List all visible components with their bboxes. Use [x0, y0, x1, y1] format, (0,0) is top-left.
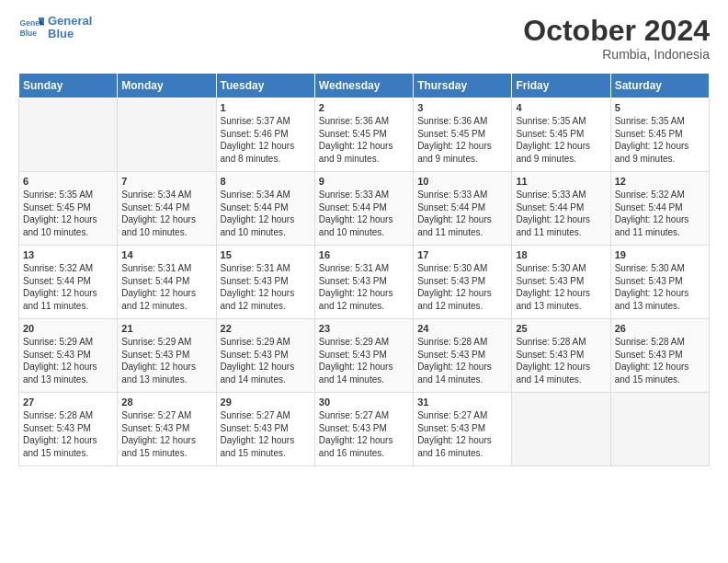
cell-info: Sunrise: 5:29 AMSunset: 5:43 PMDaylight:… — [319, 336, 409, 385]
col-header-thursday: Thursday — [414, 74, 512, 98]
calendar-cell: 11Sunrise: 5:33 AMSunset: 5:44 PMDayligh… — [512, 172, 610, 246]
calendar-cell: 13Sunrise: 5:32 AMSunset: 5:44 PMDayligh… — [19, 246, 118, 319]
day-number: 24 — [417, 323, 507, 334]
col-header-friday: Friday — [512, 74, 610, 98]
cell-info: Sunrise: 5:27 AMSunset: 5:43 PMDaylight:… — [221, 409, 311, 459]
day-number: 10 — [417, 176, 507, 187]
calendar-cell: 12Sunrise: 5:32 AMSunset: 5:44 PMDayligh… — [610, 172, 709, 246]
calendar-cell: 18Sunrise: 5:30 AMSunset: 5:43 PMDayligh… — [512, 246, 610, 319]
svg-text:Blue: Blue — [20, 29, 38, 38]
calendar-cell: 19Sunrise: 5:30 AMSunset: 5:43 PMDayligh… — [610, 246, 709, 319]
col-header-wednesday: Wednesday — [314, 74, 413, 98]
cell-info: Sunrise: 5:34 AMSunset: 5:44 PMDaylight:… — [221, 189, 311, 238]
day-number: 31 — [417, 396, 507, 408]
header-row: SundayMondayTuesdayWednesdayThursdayFrid… — [19, 74, 710, 98]
calendar-cell: 3Sunrise: 5:36 AMSunset: 5:45 PMDaylight… — [414, 98, 512, 172]
calendar-cell — [512, 393, 610, 466]
calendar-cell: 23Sunrise: 5:29 AMSunset: 5:43 PMDayligh… — [314, 319, 413, 393]
cell-info: Sunrise: 5:27 AMSunset: 5:43 PMDaylight:… — [121, 409, 211, 459]
calendar-cell: 2Sunrise: 5:36 AMSunset: 5:45 PMDaylight… — [314, 98, 413, 172]
cell-info: Sunrise: 5:33 AMSunset: 5:44 PMDaylight:… — [516, 189, 606, 238]
week-row-3: 13Sunrise: 5:32 AMSunset: 5:44 PMDayligh… — [19, 246, 710, 319]
cell-info: Sunrise: 5:29 AMSunset: 5:43 PMDaylight:… — [121, 336, 211, 385]
calendar-cell: 6Sunrise: 5:35 AMSunset: 5:45 PMDaylight… — [19, 172, 118, 246]
cell-info: Sunrise: 5:37 AMSunset: 5:46 PMDaylight:… — [221, 115, 311, 165]
week-row-2: 6Sunrise: 5:35 AMSunset: 5:45 PMDaylight… — [19, 172, 710, 246]
page-header: General Blue General Blue October 2024 R… — [18, 15, 710, 62]
calendar-cell: 7Sunrise: 5:34 AMSunset: 5:44 PMDaylight… — [118, 172, 216, 246]
calendar-cell: 16Sunrise: 5:31 AMSunset: 5:43 PMDayligh… — [314, 246, 413, 319]
calendar-cell: 26Sunrise: 5:28 AMSunset: 5:43 PMDayligh… — [610, 319, 709, 393]
location: Rumbia, Indonesia — [523, 47, 710, 62]
cell-info: Sunrise: 5:30 AMSunset: 5:43 PMDaylight:… — [615, 262, 705, 312]
col-header-sunday: Sunday — [19, 74, 118, 98]
cell-info: Sunrise: 5:28 AMSunset: 5:43 PMDaylight:… — [23, 409, 113, 459]
day-number: 9 — [319, 176, 409, 187]
day-number: 5 — [615, 102, 705, 113]
cell-info: Sunrise: 5:35 AMSunset: 5:45 PMDaylight:… — [23, 189, 113, 238]
day-number: 18 — [516, 249, 606, 260]
calendar-cell: 28Sunrise: 5:27 AMSunset: 5:43 PMDayligh… — [118, 393, 216, 466]
day-number: 12 — [615, 176, 705, 187]
col-header-tuesday: Tuesday — [216, 74, 314, 98]
cell-info: Sunrise: 5:36 AMSunset: 5:45 PMDaylight:… — [319, 115, 409, 165]
calendar-cell: 24Sunrise: 5:28 AMSunset: 5:43 PMDayligh… — [414, 319, 512, 393]
day-number: 27 — [23, 396, 113, 408]
calendar-cell: 29Sunrise: 5:27 AMSunset: 5:43 PMDayligh… — [216, 393, 314, 466]
day-number: 29 — [221, 396, 311, 408]
logo-icon: General Blue — [18, 15, 44, 40]
day-number: 23 — [319, 323, 409, 334]
calendar-table: SundayMondayTuesdayWednesdayThursdayFrid… — [18, 73, 710, 466]
calendar-cell: 9Sunrise: 5:33 AMSunset: 5:44 PMDaylight… — [314, 172, 413, 246]
day-number: 8 — [221, 176, 311, 187]
calendar-cell — [118, 98, 216, 172]
day-number: 2 — [319, 102, 409, 113]
day-number: 11 — [516, 176, 606, 187]
month-title: October 2024 — [523, 15, 710, 47]
day-number: 21 — [121, 323, 211, 334]
day-number: 28 — [121, 396, 211, 408]
calendar-cell: 14Sunrise: 5:31 AMSunset: 5:44 PMDayligh… — [118, 246, 216, 319]
cell-info: Sunrise: 5:28 AMSunset: 5:43 PMDaylight:… — [615, 336, 705, 385]
calendar-cell: 15Sunrise: 5:31 AMSunset: 5:43 PMDayligh… — [216, 246, 314, 319]
day-number: 22 — [221, 323, 311, 334]
cell-info: Sunrise: 5:28 AMSunset: 5:43 PMDaylight:… — [417, 336, 507, 385]
cell-info: Sunrise: 5:35 AMSunset: 5:45 PMDaylight:… — [516, 115, 606, 165]
day-number: 20 — [23, 323, 113, 334]
cell-info: Sunrise: 5:27 AMSunset: 5:43 PMDaylight:… — [417, 409, 507, 459]
cell-info: Sunrise: 5:29 AMSunset: 5:43 PMDaylight:… — [23, 336, 113, 385]
cell-info: Sunrise: 5:35 AMSunset: 5:45 PMDaylight:… — [615, 115, 705, 165]
cell-info: Sunrise: 5:27 AMSunset: 5:43 PMDaylight:… — [319, 409, 409, 459]
week-row-1: 1Sunrise: 5:37 AMSunset: 5:46 PMDaylight… — [19, 98, 710, 172]
calendar-cell: 20Sunrise: 5:29 AMSunset: 5:43 PMDayligh… — [19, 319, 118, 393]
calendar-cell: 5Sunrise: 5:35 AMSunset: 5:45 PMDaylight… — [610, 98, 709, 172]
calendar-cell: 17Sunrise: 5:30 AMSunset: 5:43 PMDayligh… — [414, 246, 512, 319]
day-number: 26 — [615, 323, 705, 334]
calendar-cell: 4Sunrise: 5:35 AMSunset: 5:45 PMDaylight… — [512, 98, 610, 172]
title-block: October 2024 Rumbia, Indonesia — [523, 15, 710, 62]
cell-info: Sunrise: 5:33 AMSunset: 5:44 PMDaylight:… — [417, 189, 507, 238]
calendar-cell: 27Sunrise: 5:28 AMSunset: 5:43 PMDayligh… — [19, 393, 118, 466]
day-number: 30 — [319, 396, 409, 408]
cell-info: Sunrise: 5:31 AMSunset: 5:43 PMDaylight:… — [221, 262, 311, 312]
day-number: 15 — [221, 249, 311, 260]
calendar-cell: 25Sunrise: 5:28 AMSunset: 5:43 PMDayligh… — [512, 319, 610, 393]
cell-info: Sunrise: 5:30 AMSunset: 5:43 PMDaylight:… — [417, 262, 507, 312]
day-number: 1 — [221, 102, 311, 113]
cell-info: Sunrise: 5:31 AMSunset: 5:44 PMDaylight:… — [121, 262, 211, 312]
cell-info: Sunrise: 5:30 AMSunset: 5:43 PMDaylight:… — [516, 262, 606, 312]
calendar-page: General Blue General Blue October 2024 R… — [0, 0, 728, 563]
day-number: 4 — [516, 102, 606, 113]
day-number: 25 — [516, 323, 606, 334]
cell-info: Sunrise: 5:34 AMSunset: 5:44 PMDaylight:… — [121, 189, 211, 238]
logo: General Blue General Blue — [18, 15, 92, 41]
calendar-cell: 10Sunrise: 5:33 AMSunset: 5:44 PMDayligh… — [414, 172, 512, 246]
day-number: 13 — [23, 249, 113, 260]
calendar-cell: 30Sunrise: 5:27 AMSunset: 5:43 PMDayligh… — [314, 393, 413, 466]
day-number: 17 — [417, 249, 507, 260]
logo-line2: Blue — [48, 28, 92, 40]
day-number: 6 — [23, 176, 113, 187]
calendar-cell: 1Sunrise: 5:37 AMSunset: 5:46 PMDaylight… — [216, 98, 314, 172]
day-number: 14 — [121, 249, 211, 260]
calendar-cell — [19, 98, 118, 172]
